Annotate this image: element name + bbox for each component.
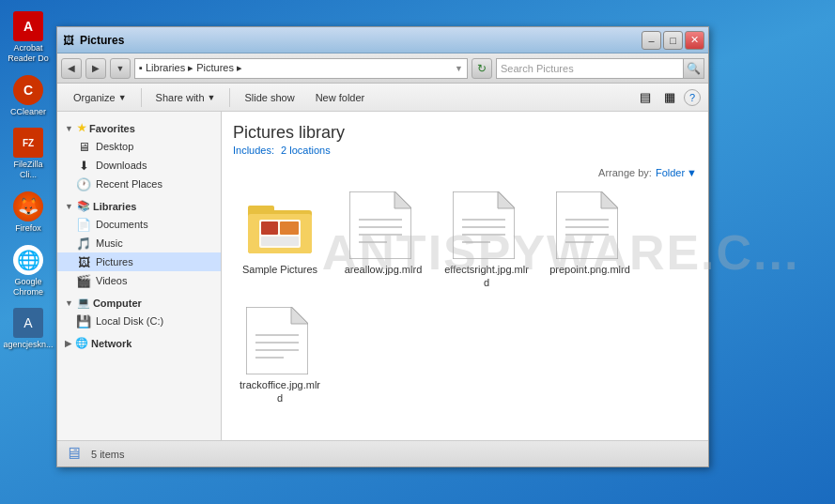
svg-marker-14: [498, 191, 515, 208]
search-input[interactable]: Search Pictures: [496, 58, 684, 79]
svg-marker-20: [601, 191, 618, 208]
trackoffice-label: trackoffice.jpg.mlrd: [237, 378, 323, 405]
sidebar-item-videos[interactable]: 🎬 Videos: [57, 271, 221, 290]
file-item-effectsright[interactable]: effectsright.jpg.mlrd: [440, 188, 533, 294]
main-content: Pictures library Includes: 2 locations A…: [222, 112, 708, 440]
view-help-button[interactable]: ?: [684, 89, 701, 106]
desktop-icon-chrome[interactable]: 🌐 Google Chrome: [4, 243, 53, 299]
file-item-prepoint[interactable]: prepoint.png.mlrd: [543, 188, 637, 294]
pictures-icon: 🖼: [76, 254, 91, 269]
sidebar-item-desktop[interactable]: 🖥 Desktop: [57, 137, 221, 156]
view-details-button[interactable]: ▤: [635, 87, 656, 108]
svg-rect-1: [248, 206, 274, 215]
sidebar-section-favorites: ▼ ★ Favorites 🖥 Desktop ⬇ Downloads 🕐 Re…: [57, 119, 221, 193]
maximize-button[interactable]: □: [663, 31, 683, 50]
arrange-dropdown[interactable]: Folder ▼: [656, 167, 697, 178]
prepoint-label: prepoint.png.mlrd: [549, 263, 630, 276]
firefox-label: Firefox: [15, 223, 41, 234]
search-box-container: Search Pictures 🔍: [496, 58, 704, 79]
sidebar-section-network: ▶ 🌐 Network: [57, 334, 221, 352]
sidebar-item-downloads[interactable]: ⬇ Downloads: [57, 156, 221, 175]
prepoint-icon: [556, 191, 624, 259]
status-bar: 🖥 5 items: [57, 440, 708, 466]
pictures-label: Pictures: [96, 256, 133, 267]
sidebar-section-libraries: ▼ 📚 Libraries 📄 Documents 🎵 Music 🖼 Pict…: [57, 197, 221, 290]
breadcrumb[interactable]: ▪ Libraries ▸ Pictures ▸ ▼: [134, 58, 468, 79]
minimize-button[interactable]: –: [642, 31, 661, 50]
computer-arrow: ▼: [65, 298, 73, 308]
arrange-label: Arrange by:: [598, 167, 652, 178]
desktop-icon-agency[interactable]: A agencjeskn...: [4, 306, 53, 352]
computer-icon: 💻: [77, 297, 90, 309]
sidebar-item-recent-places[interactable]: 🕐 Recent Places: [57, 175, 221, 193]
effectsright-icon: [453, 191, 520, 259]
desktop-icon-filezilla[interactable]: FZ FileZilla Cli...: [4, 126, 53, 182]
share-button[interactable]: Share with ▼: [147, 87, 224, 108]
slideshow-button[interactable]: Slide show: [236, 87, 302, 108]
search-button[interactable]: 🔍: [684, 58, 704, 79]
areallow-label: areallow.jpg.mlrd: [345, 263, 423, 276]
new-folder-button[interactable]: New folder: [307, 87, 374, 108]
desktop-icon-ccleaner[interactable]: C CCleaner: [4, 73, 53, 119]
toolbar-right: ▤ ▦ ?: [635, 87, 701, 108]
svg-marker-26: [291, 307, 308, 324]
organize-arrow: ▼: [118, 93, 127, 102]
local-disk-label: Local Disk (C:): [96, 315, 163, 327]
libraries-icon: 📚: [77, 200, 90, 212]
file-item-sample-pictures[interactable]: Sample Pictures: [233, 188, 327, 294]
back-button[interactable]: ◀: [61, 58, 82, 79]
sidebar-item-music[interactable]: 🎵 Music: [57, 234, 221, 252]
organize-label: Organize: [73, 92, 116, 103]
sidebar-item-local-disk[interactable]: 💾 Local Disk (C:): [57, 312, 221, 330]
arrange-value: Folder: [656, 167, 685, 178]
svg-marker-8: [394, 191, 411, 208]
address-bar: ◀ ▶ ▼ ▪ Libraries ▸ Pictures ▸ ▼ ↻ Searc…: [57, 53, 708, 84]
search-placeholder: Search Pictures: [501, 63, 574, 74]
sidebar-network-header[interactable]: ▶ 🌐 Network: [57, 334, 221, 352]
sample-pictures-icon: [246, 191, 314, 259]
desktop-label: Desktop: [96, 141, 133, 152]
refresh-button[interactable]: ↻: [472, 58, 492, 79]
view-tiles-button[interactable]: ▦: [659, 87, 680, 108]
favorites-star-icon: ★: [77, 122, 86, 134]
videos-label: Videos: [96, 275, 127, 286]
locations-link[interactable]: 2 locations: [281, 145, 331, 156]
sidebar-computer-header[interactable]: ▼ 💻 Computer: [57, 294, 221, 312]
forward-button[interactable]: ▶: [85, 58, 106, 79]
downloads-label: Downloads: [96, 160, 147, 171]
acrobat-label: Acrobat Reader Do: [6, 43, 51, 64]
file-item-areallow[interactable]: areallow.jpg.mlrd: [336, 188, 430, 294]
toolbar: Organize ▼ Share with ▼ Slide show New f…: [57, 84, 708, 112]
desktop: A Acrobat Reader Do C CCleaner FZ FileZi…: [0, 0, 56, 504]
window-icon: 🖼: [61, 33, 76, 48]
status-computer-icon: 🖥: [65, 444, 82, 464]
arrange-row: Arrange by: Folder ▼: [233, 167, 697, 178]
sidebar-favorites-header[interactable]: ▼ ★ Favorites: [57, 119, 221, 137]
desktop-icon-firefox[interactable]: 🦊 Firefox: [4, 190, 53, 236]
file-item-trackoffice[interactable]: trackoffice.jpg.mlrd: [233, 303, 327, 409]
svg-rect-4: [261, 221, 278, 235]
sidebar-item-documents[interactable]: 📄 Documents: [57, 215, 221, 234]
favorites-arrow: ▼: [65, 124, 73, 133]
sidebar-item-pictures[interactable]: 🖼 Pictures: [57, 252, 221, 271]
sidebar: ▼ ★ Favorites 🖥 Desktop ⬇ Downloads 🕐 Re…: [57, 112, 222, 440]
effectsright-label: effectsright.jpg.mlrd: [443, 263, 530, 290]
close-button[interactable]: ✕: [685, 31, 704, 50]
documents-label: Documents: [96, 219, 148, 230]
organize-button[interactable]: Organize ▼: [65, 87, 135, 108]
recent-places-label: Recent Places: [96, 178, 162, 190]
desktop-icon-sidebar: 🖥: [76, 139, 91, 154]
includes-label: Includes:: [233, 145, 274, 156]
libraries-arrow: ▼: [65, 202, 73, 211]
agency-label: agencjeskn...: [3, 340, 53, 350]
share-arrow: ▼: [208, 93, 216, 102]
desktop-icon-acrobat[interactable]: A Acrobat Reader Do: [4, 9, 53, 66]
downloads-icon: ⬇: [76, 158, 91, 173]
trackoffice-icon: [246, 307, 314, 374]
videos-icon: 🎬: [76, 273, 91, 288]
sample-pictures-label: Sample Pictures: [242, 263, 317, 276]
sidebar-libraries-header[interactable]: ▼ 📚 Libraries: [57, 197, 221, 215]
up-button[interactable]: ▼: [110, 58, 131, 79]
svg-rect-6: [261, 237, 299, 246]
status-count: 5 items: [91, 449, 124, 460]
